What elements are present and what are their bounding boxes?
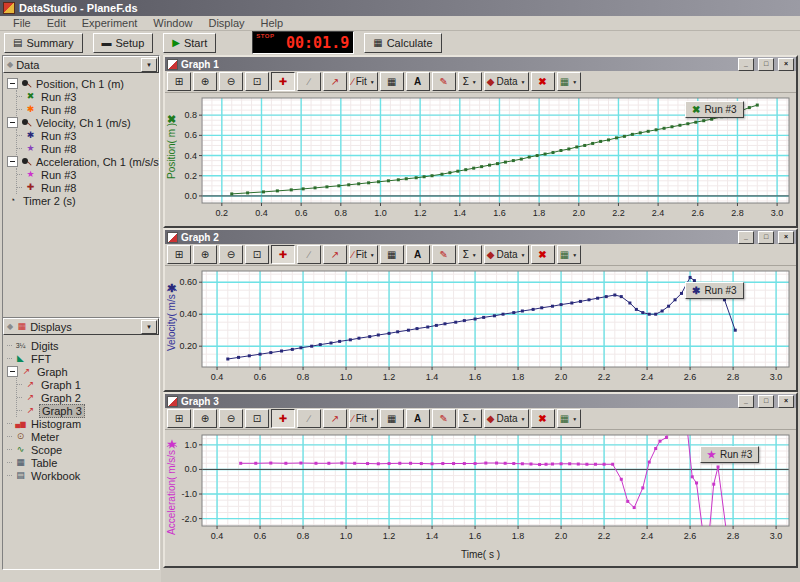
axis-settings-button[interactable]: ▦▼ bbox=[557, 72, 581, 91]
run-item[interactable]: ✚Run #8 bbox=[17, 181, 159, 194]
scale-to-fit-button[interactable]: ⊞ bbox=[167, 72, 191, 91]
maximize-button[interactable]: □ bbox=[758, 395, 774, 408]
run-item[interactable]: ✱Run #3 bbox=[17, 129, 159, 142]
slope-tool-button[interactable]: ∕ bbox=[297, 245, 321, 264]
close-button[interactable]: × bbox=[778, 231, 794, 244]
smart-tool-button[interactable]: ✚ bbox=[271, 245, 295, 264]
run-item[interactable]: ✱Run #8 bbox=[17, 103, 159, 116]
data-item-timer-2-s-[interactable]: ◔Timer 2 (s) bbox=[7, 194, 159, 207]
fit-menu-button[interactable]: ∕Fit▼ bbox=[349, 409, 378, 428]
menu-display[interactable]: Display bbox=[201, 17, 251, 29]
slope-tool-button[interactable]: ∕ bbox=[297, 72, 321, 91]
graph2-plot-area[interactable]: 0.40.60.81.01.21.41.61.82.02.22.42.62.83… bbox=[165, 266, 796, 391]
data-item-acceleration[interactable]: Acceleration, Ch 1 (m/s/s) bbox=[7, 155, 159, 168]
note-tool-button[interactable]: ✎ bbox=[432, 245, 456, 264]
data-menu-button[interactable]: ◆Data▼ bbox=[484, 245, 529, 264]
collapse-toggle-icon[interactable] bbox=[7, 366, 18, 377]
data-panel-header[interactable]: ◆ Data ▼ bbox=[3, 56, 159, 73]
zoom-in-button[interactable]: ⊕ bbox=[193, 72, 217, 91]
axis-settings-button[interactable]: ▦▼ bbox=[557, 245, 581, 264]
display-item-fft[interactable]: ◣FFT bbox=[7, 352, 159, 365]
minimize-button[interactable]: _ bbox=[738, 231, 754, 244]
menu-experiment[interactable]: Experiment bbox=[75, 17, 145, 29]
display-item-histogram[interactable]: ▄▆Histogram bbox=[7, 417, 159, 430]
displays-panel-header[interactable]: ◆ ▦ Displays ▼ bbox=[3, 318, 159, 335]
display-item-digits[interactable]: 3¼Digits bbox=[7, 339, 159, 352]
zoom-select-button[interactable]: ⊡ bbox=[245, 409, 269, 428]
title-bar[interactable]: DataStudio - PlaneF.ds bbox=[0, 0, 800, 16]
slope-tool-button[interactable]: ∕ bbox=[297, 409, 321, 428]
calculator-button[interactable]: ▦ bbox=[380, 409, 404, 428]
smart-tool-button[interactable]: ✚ bbox=[271, 409, 295, 428]
zoom-in-button[interactable]: ⊕ bbox=[193, 245, 217, 264]
zoom-out-button[interactable]: ⊖ bbox=[219, 72, 243, 91]
statistics-button[interactable]: Σ▼ bbox=[458, 72, 482, 91]
collapse-toggle-icon[interactable] bbox=[7, 78, 18, 89]
zoom-out-button[interactable]: ⊖ bbox=[219, 245, 243, 264]
delete-button[interactable]: ✖ bbox=[531, 409, 555, 428]
statistics-button[interactable]: Σ▼ bbox=[458, 245, 482, 264]
minimize-button[interactable]: _ bbox=[738, 58, 754, 71]
setup-button[interactable]: ▬ Setup bbox=[93, 33, 154, 53]
data-menu-button[interactable]: ◆Data▼ bbox=[484, 409, 529, 428]
note-tool-button[interactable]: ✎ bbox=[432, 72, 456, 91]
fit-menu-button[interactable]: ∕Fit▼ bbox=[349, 245, 378, 264]
annotate-line-button[interactable]: ↗ bbox=[323, 245, 347, 264]
display-item-graph-2[interactable]: ↗Graph 2 bbox=[17, 391, 159, 404]
display-item-graph-3[interactable]: ↗Graph 3 bbox=[17, 404, 159, 417]
text-tool-button[interactable]: A bbox=[406, 72, 430, 91]
graph1-title-bar[interactable]: Graph 1 _ □ × bbox=[165, 57, 796, 71]
collapse-toggle-icon[interactable] bbox=[7, 156, 18, 167]
run-item[interactable]: ★Run #8 bbox=[17, 142, 159, 155]
graph3-plot-area[interactable]: 0.40.60.81.01.21.41.61.82.02.22.42.62.83… bbox=[165, 430, 796, 567]
graph1-plot-area[interactable]: 0.20.40.60.81.01.21.41.61.82.02.22.42.62… bbox=[165, 93, 796, 227]
graph3-legend[interactable]: ★ Run #3 bbox=[700, 446, 759, 463]
calculator-button[interactable]: ▦ bbox=[380, 245, 404, 264]
display-item-scope[interactable]: ∿Scope bbox=[7, 443, 159, 456]
statistics-button[interactable]: Σ▼ bbox=[458, 409, 482, 428]
minimize-button[interactable]: _ bbox=[738, 395, 754, 408]
calculate-button[interactable]: ▦ Calculate bbox=[364, 33, 441, 53]
axis-settings-button[interactable]: ▦▼ bbox=[557, 409, 581, 428]
summary-button[interactable]: ▤ Summary bbox=[4, 33, 83, 53]
collapse-toggle-icon[interactable] bbox=[7, 117, 18, 128]
zoom-select-button[interactable]: ⊡ bbox=[245, 245, 269, 264]
delete-button[interactable]: ✖ bbox=[531, 72, 555, 91]
run-item[interactable]: ★Run #3 bbox=[17, 168, 159, 181]
text-tool-button[interactable]: A bbox=[406, 409, 430, 428]
display-item-workbook[interactable]: ▤Workbook bbox=[7, 469, 159, 482]
display-item-graph[interactable]: ↗Graph bbox=[7, 365, 159, 378]
display-item-meter[interactable]: ⊙Meter bbox=[7, 430, 159, 443]
run-item[interactable]: ✖Run #3 bbox=[17, 90, 159, 103]
menu-window[interactable]: Window bbox=[146, 17, 199, 29]
close-button[interactable]: × bbox=[778, 395, 794, 408]
scale-to-fit-button[interactable]: ⊞ bbox=[167, 409, 191, 428]
fit-menu-button[interactable]: ∕Fit▼ bbox=[349, 72, 378, 91]
text-tool-button[interactable]: A bbox=[406, 245, 430, 264]
start-button[interactable]: ▶ Start bbox=[163, 33, 216, 53]
menu-file[interactable]: File bbox=[6, 17, 38, 29]
graph2-legend[interactable]: ✱ Run #3 bbox=[685, 282, 744, 299]
note-tool-button[interactable]: ✎ bbox=[432, 409, 456, 428]
zoom-in-button[interactable]: ⊕ bbox=[193, 409, 217, 428]
displays-panel-dropdown-button[interactable]: ▼ bbox=[141, 320, 157, 334]
annotate-line-button[interactable]: ↗ bbox=[323, 72, 347, 91]
display-item-table[interactable]: ▦Table bbox=[7, 456, 159, 469]
menu-help[interactable]: Help bbox=[254, 17, 291, 29]
menu-edit[interactable]: Edit bbox=[40, 17, 73, 29]
graph1-legend[interactable]: ✖ Run #3 bbox=[685, 101, 744, 118]
scale-to-fit-button[interactable]: ⊞ bbox=[167, 245, 191, 264]
data-menu-button[interactable]: ◆Data▼ bbox=[484, 72, 529, 91]
smart-tool-button[interactable]: ✚ bbox=[271, 72, 295, 91]
zoom-select-button[interactable]: ⊡ bbox=[245, 72, 269, 91]
graph3-title-bar[interactable]: Graph 3 _ □ × bbox=[165, 394, 796, 408]
data-panel-dropdown-button[interactable]: ▼ bbox=[141, 58, 157, 72]
annotate-line-button[interactable]: ↗ bbox=[323, 409, 347, 428]
maximize-button[interactable]: □ bbox=[758, 231, 774, 244]
delete-button[interactable]: ✖ bbox=[531, 245, 555, 264]
close-button[interactable]: × bbox=[778, 58, 794, 71]
maximize-button[interactable]: □ bbox=[758, 58, 774, 71]
display-item-graph-1[interactable]: ↗Graph 1 bbox=[17, 378, 159, 391]
zoom-out-button[interactable]: ⊖ bbox=[219, 409, 243, 428]
calculator-button[interactable]: ▦ bbox=[380, 72, 404, 91]
